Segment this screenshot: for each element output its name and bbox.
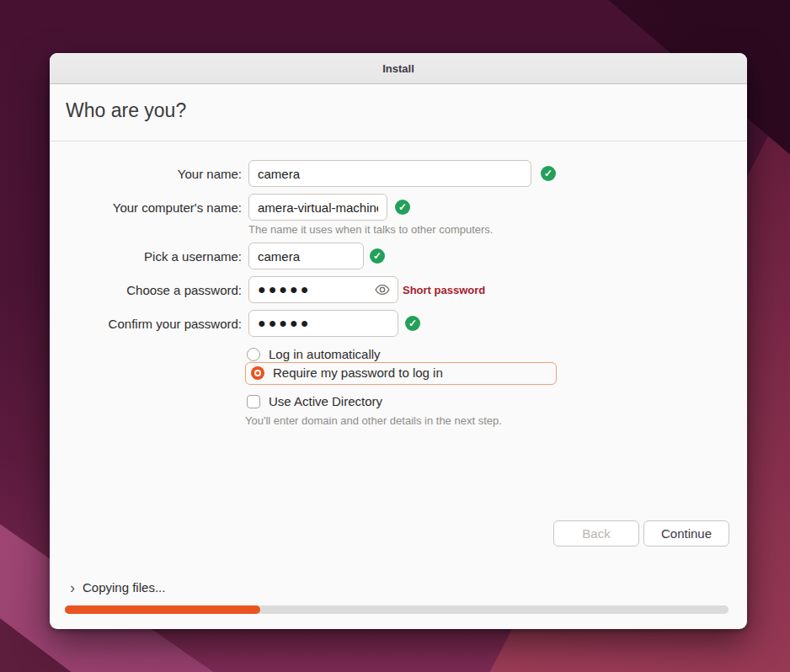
computer-name-input[interactable]: [248, 194, 387, 221]
checkbox-indicator: [247, 395, 260, 408]
computer-name-valid-check-icon: ✓: [395, 200, 410, 215]
page-header: Who are you?: [50, 84, 747, 141]
computer-name-helper: The name it uses when it talks to other …: [248, 223, 493, 236]
your-name-input[interactable]: [248, 160, 531, 187]
radio-login-automatically[interactable]: Log in automatically: [247, 347, 381, 361]
radio-login-automatically-label: Log in automatically: [269, 347, 381, 361]
page-title: Who are you?: [66, 99, 186, 122]
checkbox-active-directory[interactable]: Use Active Directory: [247, 394, 382, 408]
eye-icon: [374, 281, 391, 298]
radio-require-password[interactable]: Require my password to log in: [251, 365, 443, 380]
radio-selected-indicator: [251, 366, 264, 380]
progress-bar-fill: [65, 605, 260, 614]
your-name-label: Your name:: [50, 167, 242, 181]
window-title: Install: [382, 62, 414, 75]
username-input[interactable]: [248, 243, 364, 269]
progress-bar: [65, 605, 729, 614]
reveal-password-button[interactable]: [373, 280, 392, 299]
window-titlebar[interactable]: Install: [50, 53, 747, 84]
computer-name-label: Your computer's name:: [50, 200, 242, 215]
form-area: Your name: ✓ Your computer's name: ✓ The…: [50, 141, 747, 630]
continue-button[interactable]: Continue: [643, 520, 729, 547]
radio-unselected-indicator: [247, 348, 260, 361]
chevron-right-icon: ›: [70, 582, 75, 594]
username-valid-check-icon: ✓: [370, 248, 385, 264]
your-name-valid-check-icon: ✓: [541, 166, 556, 181]
password-label: Choose a password:: [50, 283, 242, 297]
installer-window: Install Who are you? Your name: ✓ Your c…: [50, 53, 747, 629]
confirm-password-input[interactable]: [248, 310, 398, 337]
confirm-password-label: Confirm your password:: [50, 317, 242, 331]
username-label: Pick a username:: [50, 249, 242, 264]
screen: Install Who are you? Your name: ✓ Your c…: [0, 0, 790, 672]
short-password-warning: Short password: [403, 284, 485, 296]
copying-files-expander[interactable]: › Copying files...: [70, 580, 165, 595]
confirm-password-valid-check-icon: ✓: [405, 316, 420, 331]
active-directory-label: Use Active Directory: [269, 394, 382, 408]
back-button[interactable]: Back: [553, 520, 639, 547]
radio-require-password-label: Require my password to log in: [273, 365, 443, 380]
copying-files-label: Copying files...: [83, 580, 165, 595]
active-directory-helper: You'll enter domain and other details in…: [245, 414, 502, 427]
